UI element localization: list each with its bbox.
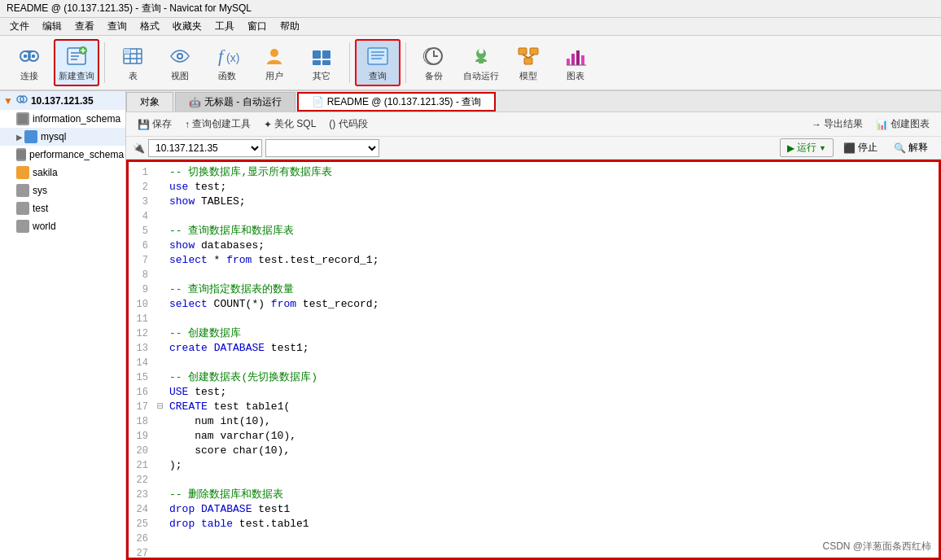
code-editor[interactable]: 1-- 切换数据库,显示所有数据库表2use test;3show TABLES… xyxy=(126,160,941,560)
menu-bar: 文件 编辑 查看 查询 格式 收藏夹 工具 窗口 帮助 xyxy=(0,18,941,36)
fold-indicator[interactable]: ⊟ xyxy=(155,400,166,414)
auto-run-icon xyxy=(468,43,494,68)
menu-help[interactable]: 帮助 xyxy=(274,18,306,35)
svg-rect-26 xyxy=(322,60,330,65)
menu-edit[interactable]: 编辑 xyxy=(36,18,68,35)
code-line: 8 xyxy=(129,268,939,282)
svg-rect-35 xyxy=(519,48,527,55)
stop-button[interactable]: ⬛ 停止 xyxy=(837,139,884,156)
model-button[interactable]: 模型 xyxy=(506,39,551,86)
line-number: 26 xyxy=(129,532,155,546)
tab-objects[interactable]: 对象 xyxy=(126,92,173,112)
db-name: information_schema xyxy=(33,113,120,125)
table-icon xyxy=(120,43,146,68)
chart-button[interactable]: 图表 xyxy=(553,39,598,86)
backup-icon xyxy=(421,43,447,68)
tab-auto-run[interactable]: 🤖 无标题 - 自动运行 xyxy=(175,92,295,112)
beautify-button[interactable]: ✦ 美化 SQL xyxy=(259,116,321,133)
connect-label: 连接 xyxy=(20,70,38,82)
menu-favorites[interactable]: 收藏夹 xyxy=(166,18,208,35)
svg-rect-48 xyxy=(26,132,36,142)
line-content: show databases; xyxy=(166,238,939,253)
other-button[interactable]: 其它 xyxy=(299,39,344,86)
code-line: 1-- 切换数据库,显示所有数据库表 xyxy=(129,165,939,180)
line-number: 6 xyxy=(129,238,155,253)
content-area: 对象 🤖 无标题 - 自动运行 📄 README @ (10.137.121.3… xyxy=(126,91,941,560)
tab-readme[interactable]: 📄 README @ (10.137.121.35) - 查询 xyxy=(297,92,497,112)
connect-icon xyxy=(16,43,42,68)
auto-run-button[interactable]: 自动运行 xyxy=(458,39,504,86)
svg-point-22 xyxy=(270,49,278,57)
sidebar-db-information_schema[interactable]: information_schema xyxy=(0,110,125,128)
sidebar-connection[interactable]: ▼ 10.137.121.35 xyxy=(0,91,125,110)
svg-rect-53 xyxy=(18,221,28,231)
toolbar: 连接 新建查询 xyxy=(0,36,941,91)
db-name: test xyxy=(33,203,48,214)
model-label: 模型 xyxy=(519,70,537,82)
connect-button[interactable]: 连接 xyxy=(7,39,52,86)
table-button[interactable]: 表 xyxy=(110,39,155,86)
sidebar-db-performance_schema[interactable]: performance_schema xyxy=(0,146,125,164)
code-line: 10select COUNT(*) from test_record; xyxy=(129,297,939,312)
create-chart-button[interactable]: 📊 创建图表 xyxy=(871,116,934,133)
svg-rect-25 xyxy=(313,60,321,65)
code-snippet-button[interactable]: () 代码段 xyxy=(324,116,372,133)
svg-text:(x): (x) xyxy=(226,51,239,64)
explain-button[interactable]: 🔍 解释 xyxy=(887,139,934,156)
code-line: 27 xyxy=(129,546,939,560)
svg-rect-23 xyxy=(313,50,321,59)
function-button[interactable]: f (x) 函数 xyxy=(204,39,250,86)
sidebar-db-mysql[interactable]: ▶ mysql xyxy=(0,128,125,146)
menu-format[interactable]: 格式 xyxy=(133,18,166,35)
line-number: 5 xyxy=(129,224,155,238)
watermark: CSDN @洋葱面条西红柿 xyxy=(822,540,931,553)
query-icon xyxy=(365,44,391,68)
line-content: show TABLES; xyxy=(166,195,939,209)
svg-rect-4 xyxy=(32,55,35,58)
menu-window[interactable]: 窗口 xyxy=(241,18,274,35)
db-icon xyxy=(16,220,29,233)
export-button[interactable]: → 导出结果 xyxy=(807,116,868,133)
menu-view[interactable]: 查看 xyxy=(68,18,101,35)
backup-button[interactable]: 备份 xyxy=(411,39,457,86)
run-button[interactable]: ▶ 运行 ▼ xyxy=(780,138,834,157)
new-query-button[interactable]: 新建查询 xyxy=(54,39,99,86)
other-icon xyxy=(309,43,335,68)
svg-point-19 xyxy=(178,55,182,58)
connection-label: 10.137.121.35 xyxy=(31,95,94,107)
view-button[interactable]: 视图 xyxy=(157,39,203,86)
line-content: -- 切换数据库,显示所有数据库表 xyxy=(166,165,939,180)
sidebar-db-test[interactable]: test xyxy=(0,199,125,217)
database-select[interactable] xyxy=(265,139,379,157)
line-content: CREATE test table1( xyxy=(166,400,939,414)
line-number: 23 xyxy=(129,488,155,502)
table-label: 表 xyxy=(129,70,138,82)
db-icon xyxy=(16,112,29,125)
line-number: 21 xyxy=(129,458,155,473)
create-chart-label: 创建图表 xyxy=(891,117,930,131)
code-line: 12-- 创建数据库 xyxy=(129,326,939,341)
line-number: 10 xyxy=(129,297,155,312)
menu-tools[interactable]: 工具 xyxy=(208,18,241,35)
connection-bar: 🔌 10.137.121.35 ▶ 运行 ▼ ⬛ 停止 xyxy=(126,137,941,160)
sidebar-db-sakila[interactable]: sakila xyxy=(0,164,125,182)
db-icon xyxy=(16,148,26,161)
line-number: 8 xyxy=(129,268,155,282)
line-number: 24 xyxy=(129,502,155,517)
user-button[interactable]: 用户 xyxy=(252,39,297,86)
db-name: sys xyxy=(33,185,47,196)
menu-file[interactable]: 文件 xyxy=(3,18,36,35)
menu-query[interactable]: 查询 xyxy=(101,18,133,35)
sidebar-db-sys[interactable]: sys xyxy=(0,182,125,199)
svg-rect-24 xyxy=(322,50,330,59)
save-button[interactable]: 💾 保存 xyxy=(133,116,177,133)
code-line: 20 score char(10), xyxy=(129,444,939,458)
sidebar-db-world[interactable]: world xyxy=(0,217,125,235)
query-button[interactable]: 查询 xyxy=(355,39,400,86)
code-line: 14 xyxy=(129,356,939,370)
code-line: 3show TABLES; xyxy=(129,195,939,209)
create-tool-button[interactable]: ↑ 查询创建工具 xyxy=(180,116,256,133)
db-name: sakila xyxy=(33,167,58,178)
connection-select[interactable]: 10.137.121.35 xyxy=(148,139,262,157)
svg-point-33 xyxy=(479,49,484,54)
